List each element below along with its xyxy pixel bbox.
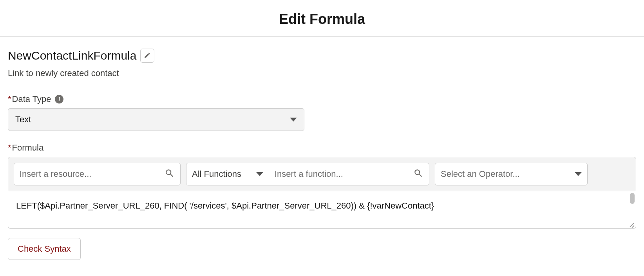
- formula-description: Link to newly created contact: [8, 68, 636, 78]
- function-input[interactable]: [275, 169, 413, 179]
- caret-down-icon: [290, 118, 297, 122]
- formula-textarea[interactable]: [8, 191, 636, 227]
- scrollbar-thumb[interactable]: [630, 193, 635, 204]
- function-combobox[interactable]: [269, 163, 429, 185]
- check-syntax-button[interactable]: Check Syntax: [8, 238, 81, 260]
- formula-label-row: *Formula: [8, 143, 636, 153]
- resource-input[interactable]: [20, 169, 165, 179]
- resize-handle[interactable]: [628, 220, 635, 227]
- search-icon: [165, 168, 175, 180]
- pencil-icon: [144, 52, 151, 60]
- required-asterisk: *: [8, 143, 11, 153]
- data-type-label-row: *Data Type i: [8, 94, 636, 104]
- functions-filter-select[interactable]: All Functions: [186, 163, 269, 185]
- operator-select[interactable]: Select an Operator...: [435, 163, 588, 185]
- edit-name-button[interactable]: [140, 49, 154, 63]
- formula-name: NewContactLinkFormula: [8, 49, 136, 62]
- data-type-select[interactable]: Text: [8, 108, 304, 131]
- formula-name-row: NewContactLinkFormula: [8, 49, 636, 63]
- operator-placeholder: Select an Operator...: [441, 169, 575, 179]
- formula-section: *Formula All Functions Select: [8, 143, 636, 260]
- modal-header: Edit Formula: [0, 0, 644, 37]
- data-type-select-wrap: Text: [8, 108, 304, 131]
- data-type-label: *Data Type: [8, 94, 51, 104]
- data-type-value: Text: [15, 114, 31, 125]
- resource-combobox[interactable]: [14, 163, 181, 185]
- required-asterisk: *: [8, 94, 11, 104]
- modal-content: NewContactLinkFormula Link to newly crea…: [0, 37, 644, 268]
- caret-down-icon: [256, 172, 263, 176]
- formula-textarea-wrap: [8, 191, 636, 229]
- info-icon[interactable]: i: [55, 95, 63, 104]
- search-icon: [413, 168, 423, 180]
- functions-filter-value: All Functions: [192, 169, 256, 179]
- formula-label: *Formula: [8, 143, 43, 153]
- modal-title: Edit Formula: [0, 11, 644, 27]
- formula-toolbar: All Functions Select an Operator...: [8, 157, 636, 191]
- caret-down-icon: [575, 172, 582, 176]
